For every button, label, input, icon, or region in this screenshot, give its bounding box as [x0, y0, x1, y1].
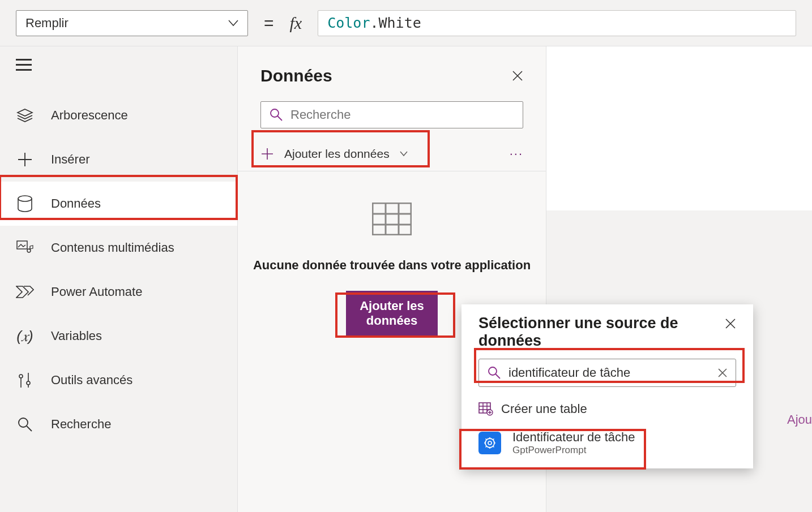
- canvas-screen[interactable]: [546, 46, 812, 210]
- variable-icon: (𝑥): [16, 327, 34, 345]
- rail-item-label: Arborescence: [51, 108, 128, 123]
- add-data-button[interactable]: Ajouter les données: [260, 147, 408, 161]
- formula-token-member: White: [379, 15, 421, 31]
- hamburger-icon[interactable]: [16, 59, 34, 71]
- plus-icon: [16, 150, 34, 169]
- flow-icon: [16, 283, 34, 301]
- create-table-label: Créer une table: [501, 402, 587, 416]
- formula-input[interactable]: Color.White: [318, 10, 796, 36]
- data-search-field[interactable]: [290, 107, 515, 122]
- property-dropdown[interactable]: Remplir: [16, 10, 248, 36]
- rail-item-label: Données: [51, 196, 101, 211]
- rail-item-media[interactable]: Contenus multimédias: [0, 226, 237, 270]
- svg-rect-1: [17, 241, 27, 249]
- table-add-icon: [478, 402, 493, 416]
- chevron-down-icon: [228, 20, 238, 27]
- result-subtitle: GptPowerPrompt: [512, 445, 635, 456]
- flyout-search-field[interactable]: [508, 365, 711, 380]
- formula-token-type: Color: [327, 15, 370, 31]
- empty-state-text: Aucune donnée trouvée dans votre applica…: [253, 258, 531, 273]
- rail-item-label: Outils avancés: [51, 373, 133, 388]
- plus-icon: [260, 147, 274, 161]
- database-icon: [16, 195, 34, 213]
- rail-item-variables[interactable]: (𝑥) Variables: [0, 314, 237, 358]
- create-table-button[interactable]: Créer une table: [461, 395, 753, 423]
- data-panel-title: Données: [260, 66, 332, 85]
- rail-item-label: Variables: [51, 329, 102, 343]
- data-source-flyout: Sélectionner une source de données Créer…: [461, 304, 753, 468]
- clear-icon[interactable]: [717, 368, 728, 378]
- svg-point-8: [489, 367, 497, 375]
- more-menu-button[interactable]: ···: [510, 147, 523, 161]
- close-icon[interactable]: [512, 70, 523, 81]
- svg-point-3: [19, 375, 23, 378]
- rail-item-label: Power Automate: [51, 285, 142, 299]
- rail-item-insert[interactable]: Insérer: [0, 137, 237, 182]
- equals-sign: =: [264, 14, 274, 33]
- rail-item-data[interactable]: Données: [0, 182, 237, 226]
- add-data-label: Ajouter les données: [284, 147, 390, 161]
- fx-icon: fx: [290, 14, 302, 33]
- chevron-down-icon: [400, 151, 408, 157]
- svg-point-0: [18, 196, 32, 201]
- data-source-result[interactable]: Identificateur de tâche GptPowerPrompt: [461, 423, 753, 463]
- result-name: Identificateur de tâche: [512, 430, 635, 445]
- tools-icon: [16, 371, 34, 389]
- search-icon: [269, 107, 284, 122]
- svg-point-12: [488, 441, 492, 445]
- rail-item-label: Contenus multimédias: [51, 240, 174, 255]
- ai-builder-icon: [478, 432, 501, 454]
- add-data-cta[interactable]: Ajouter les données: [346, 291, 438, 337]
- svg-point-4: [27, 381, 30, 385]
- rail-item-label: Recherche: [51, 417, 111, 432]
- formula-token-dot: .: [370, 15, 378, 31]
- table-icon: [372, 203, 412, 235]
- rail-item-advanced[interactable]: Outils avancés: [0, 358, 237, 402]
- left-rail: Arborescence Insérer Données Contenus mu…: [0, 46, 238, 512]
- formula-bar: Remplir = fx Color.White: [0, 0, 812, 46]
- rail-item-search[interactable]: Recherche: [0, 402, 237, 446]
- rail-item-automate[interactable]: Power Automate: [0, 270, 237, 314]
- svg-point-11: [485, 438, 494, 448]
- flyout-search[interactable]: [478, 359, 736, 387]
- media-icon: [16, 239, 34, 257]
- canvas-hint: Ajou: [787, 412, 812, 427]
- data-search-input[interactable]: [260, 101, 523, 128]
- svg-point-6: [271, 109, 279, 117]
- rail-item-tree[interactable]: Arborescence: [0, 93, 237, 137]
- close-icon[interactable]: [725, 318, 736, 329]
- property-name: Remplir: [25, 16, 69, 31]
- search-icon: [16, 415, 34, 433]
- flyout-title: Sélectionner une source de données: [478, 315, 688, 350]
- layers-icon: [16, 106, 34, 124]
- svg-point-5: [19, 418, 28, 427]
- search-icon: [487, 365, 502, 380]
- rail-item-label: Insérer: [51, 152, 89, 167]
- svg-rect-7: [373, 203, 411, 235]
